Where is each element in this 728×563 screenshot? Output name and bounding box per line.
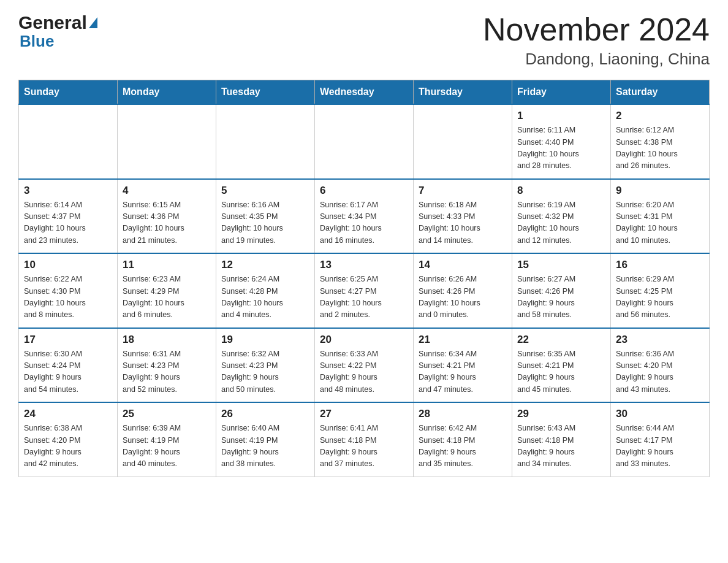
day-number: 23 <box>616 334 704 346</box>
calendar-day-cell: 5Sunrise: 6:16 AMSunset: 4:35 PMDaylight… <box>216 179 315 254</box>
calendar-header: SundayMondayTuesdayWednesdayThursdayFrid… <box>19 80 710 105</box>
calendar-day-cell: 29Sunrise: 6:43 AMSunset: 4:18 PMDayligh… <box>512 402 611 477</box>
day-info-text: Sunrise: 6:36 AMSunset: 4:20 PMDaylight:… <box>616 348 704 396</box>
day-info-text: Sunrise: 6:43 AMSunset: 4:18 PMDaylight:… <box>517 423 605 470</box>
calendar-day-cell: 4Sunrise: 6:15 AMSunset: 4:36 PMDaylight… <box>118 179 216 254</box>
calendar-day-cell: 20Sunrise: 6:33 AMSunset: 4:22 PMDayligh… <box>315 328 414 403</box>
day-of-week-header: Friday <box>512 80 611 105</box>
calendar-body: 1Sunrise: 6:11 AMSunset: 4:40 PMDaylight… <box>19 104 710 477</box>
day-info-text: Sunrise: 6:29 AMSunset: 4:25 PMDaylight:… <box>616 274 704 321</box>
logo-general-label: General <box>18 12 87 33</box>
calendar-day-cell: 23Sunrise: 6:36 AMSunset: 4:20 PMDayligh… <box>611 328 710 403</box>
day-info-text: Sunrise: 6:34 AMSunset: 4:21 PMDaylight:… <box>419 348 507 396</box>
day-info-text: Sunrise: 6:16 AMSunset: 4:35 PMDaylight:… <box>221 199 309 247</box>
calendar-subtitle: Dandong, Liaoning, China <box>483 50 710 69</box>
day-number: 29 <box>517 408 605 420</box>
calendar-day-cell <box>118 104 216 179</box>
logo-triangle-icon <box>89 17 97 28</box>
day-of-week-header: Thursday <box>414 80 512 105</box>
day-info-text: Sunrise: 6:24 AMSunset: 4:28 PMDaylight:… <box>221 274 309 321</box>
day-info-text: Sunrise: 6:12 AMSunset: 4:38 PMDaylight:… <box>616 124 704 172</box>
day-number: 15 <box>517 259 605 271</box>
day-number: 27 <box>320 408 408 420</box>
calendar-day-cell: 19Sunrise: 6:32 AMSunset: 4:23 PMDayligh… <box>216 328 315 403</box>
day-info-text: Sunrise: 6:31 AMSunset: 4:23 PMDaylight:… <box>123 348 211 396</box>
day-number: 6 <box>320 185 408 197</box>
calendar-day-cell: 6Sunrise: 6:17 AMSunset: 4:34 PMDaylight… <box>315 179 414 254</box>
calendar-week-row: 17Sunrise: 6:30 AMSunset: 4:24 PMDayligh… <box>19 328 710 403</box>
day-of-week-header: Saturday <box>611 80 710 105</box>
day-info-text: Sunrise: 6:40 AMSunset: 4:19 PMDaylight:… <box>221 423 309 470</box>
page-header: General Blue November 2024 Dandong, Liao… <box>18 12 710 69</box>
calendar-day-cell: 8Sunrise: 6:19 AMSunset: 4:32 PMDaylight… <box>512 179 611 254</box>
calendar-week-row: 10Sunrise: 6:22 AMSunset: 4:30 PMDayligh… <box>19 253 710 328</box>
day-info-text: Sunrise: 6:25 AMSunset: 4:27 PMDaylight:… <box>320 274 408 321</box>
day-number: 1 <box>517 110 605 122</box>
calendar-day-cell: 3Sunrise: 6:14 AMSunset: 4:37 PMDaylight… <box>19 179 118 254</box>
calendar-week-row: 1Sunrise: 6:11 AMSunset: 4:40 PMDaylight… <box>19 104 710 179</box>
days-of-week-row: SundayMondayTuesdayWednesdayThursdayFrid… <box>19 80 710 105</box>
day-number: 13 <box>320 259 408 271</box>
calendar-day-cell: 12Sunrise: 6:24 AMSunset: 4:28 PMDayligh… <box>216 253 315 328</box>
day-info-text: Sunrise: 6:35 AMSunset: 4:21 PMDaylight:… <box>517 348 605 396</box>
day-number: 24 <box>24 408 112 420</box>
calendar-day-cell <box>315 104 414 179</box>
day-of-week-header: Tuesday <box>216 80 315 105</box>
day-info-text: Sunrise: 6:19 AMSunset: 4:32 PMDaylight:… <box>517 199 605 247</box>
calendar-week-row: 24Sunrise: 6:38 AMSunset: 4:20 PMDayligh… <box>19 402 710 477</box>
day-info-text: Sunrise: 6:26 AMSunset: 4:26 PMDaylight:… <box>419 274 507 321</box>
day-number: 12 <box>221 259 309 271</box>
title-block: November 2024 Dandong, Liaoning, China <box>483 12 710 69</box>
day-number: 21 <box>419 334 507 346</box>
logo-blue-text: Blue <box>20 33 97 50</box>
day-number: 28 <box>419 408 507 420</box>
day-info-text: Sunrise: 6:32 AMSunset: 4:23 PMDaylight:… <box>221 348 309 396</box>
calendar-day-cell: 9Sunrise: 6:20 AMSunset: 4:31 PMDaylight… <box>611 179 710 254</box>
day-number: 10 <box>24 259 112 271</box>
day-of-week-header: Monday <box>118 80 216 105</box>
day-number: 17 <box>24 334 112 346</box>
calendar-day-cell <box>19 104 118 179</box>
logo: General Blue <box>18 12 97 50</box>
day-info-text: Sunrise: 6:20 AMSunset: 4:31 PMDaylight:… <box>616 199 704 247</box>
calendar-day-cell: 18Sunrise: 6:31 AMSunset: 4:23 PMDayligh… <box>118 328 216 403</box>
calendar-table: SundayMondayTuesdayWednesdayThursdayFrid… <box>18 80 710 477</box>
day-number: 18 <box>123 334 211 346</box>
day-info-text: Sunrise: 6:39 AMSunset: 4:19 PMDaylight:… <box>123 423 211 470</box>
calendar-day-cell: 7Sunrise: 6:18 AMSunset: 4:33 PMDaylight… <box>414 179 512 254</box>
calendar-day-cell: 2Sunrise: 6:12 AMSunset: 4:38 PMDaylight… <box>611 104 710 179</box>
day-of-week-header: Wednesday <box>315 80 414 105</box>
day-info-text: Sunrise: 6:14 AMSunset: 4:37 PMDaylight:… <box>24 199 112 247</box>
day-info-text: Sunrise: 6:41 AMSunset: 4:18 PMDaylight:… <box>320 423 408 470</box>
day-number: 8 <box>517 185 605 197</box>
calendar-day-cell: 30Sunrise: 6:44 AMSunset: 4:17 PMDayligh… <box>611 402 710 477</box>
day-info-text: Sunrise: 6:23 AMSunset: 4:29 PMDaylight:… <box>123 274 211 321</box>
day-info-text: Sunrise: 6:17 AMSunset: 4:34 PMDaylight:… <box>320 199 408 247</box>
day-number: 5 <box>221 185 309 197</box>
day-number: 20 <box>320 334 408 346</box>
calendar-week-row: 3Sunrise: 6:14 AMSunset: 4:37 PMDaylight… <box>19 179 710 254</box>
calendar-day-cell: 1Sunrise: 6:11 AMSunset: 4:40 PMDaylight… <box>512 104 611 179</box>
day-info-text: Sunrise: 6:33 AMSunset: 4:22 PMDaylight:… <box>320 348 408 396</box>
day-number: 3 <box>24 185 112 197</box>
day-info-text: Sunrise: 6:38 AMSunset: 4:20 PMDaylight:… <box>24 423 112 470</box>
day-number: 4 <box>123 185 211 197</box>
calendar-day-cell: 16Sunrise: 6:29 AMSunset: 4:25 PMDayligh… <box>611 253 710 328</box>
calendar-day-cell: 24Sunrise: 6:38 AMSunset: 4:20 PMDayligh… <box>19 402 118 477</box>
day-info-text: Sunrise: 6:11 AMSunset: 4:40 PMDaylight:… <box>517 124 605 172</box>
calendar-day-cell <box>414 104 512 179</box>
calendar-day-cell <box>216 104 315 179</box>
day-number: 22 <box>517 334 605 346</box>
calendar-day-cell: 13Sunrise: 6:25 AMSunset: 4:27 PMDayligh… <box>315 253 414 328</box>
calendar-day-cell: 22Sunrise: 6:35 AMSunset: 4:21 PMDayligh… <box>512 328 611 403</box>
day-number: 30 <box>616 408 704 420</box>
day-number: 19 <box>221 334 309 346</box>
calendar-day-cell: 10Sunrise: 6:22 AMSunset: 4:30 PMDayligh… <box>19 253 118 328</box>
day-number: 14 <box>419 259 507 271</box>
calendar-day-cell: 14Sunrise: 6:26 AMSunset: 4:26 PMDayligh… <box>414 253 512 328</box>
calendar-day-cell: 21Sunrise: 6:34 AMSunset: 4:21 PMDayligh… <box>414 328 512 403</box>
logo-general-text: General <box>18 12 97 33</box>
calendar-day-cell: 11Sunrise: 6:23 AMSunset: 4:29 PMDayligh… <box>118 253 216 328</box>
calendar-day-cell: 26Sunrise: 6:40 AMSunset: 4:19 PMDayligh… <box>216 402 315 477</box>
day-info-text: Sunrise: 6:15 AMSunset: 4:36 PMDaylight:… <box>123 199 211 247</box>
